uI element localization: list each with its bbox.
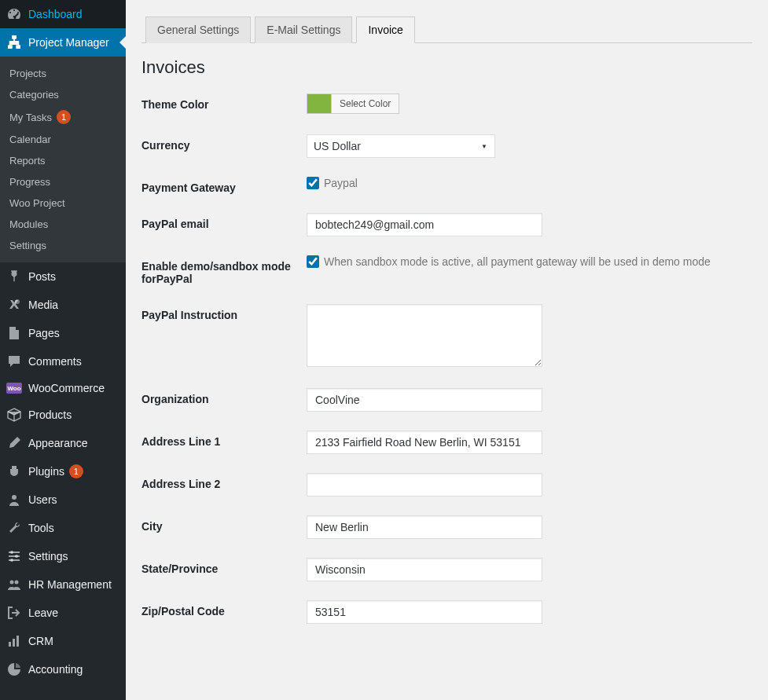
svg-rect-10	[9, 642, 11, 647]
select-color-button[interactable]: Select Color	[331, 94, 399, 113]
label-paypal-instruction: PayPal Instruction	[141, 304, 307, 321]
sidebar-item-plugins[interactable]: Plugins 1	[0, 457, 126, 486]
sidebar-item-comments[interactable]: Comments	[0, 347, 126, 376]
admin-sidebar: Dashboard Project Manager Projects Categ…	[0, 0, 126, 700]
exit-icon	[6, 605, 22, 621]
brush-icon	[6, 435, 22, 451]
pin-icon	[6, 269, 22, 284]
label: Leave	[28, 607, 58, 619]
sidebar-item-project-manager[interactable]: Project Manager	[0, 28, 126, 57]
paypal-email-input[interactable]	[307, 213, 542, 236]
label: Project Manager	[28, 36, 109, 49]
sub-categories[interactable]: Categories	[0, 84, 126, 105]
label-city: City	[141, 515, 307, 533]
group-icon	[6, 577, 22, 592]
label: Tools	[28, 522, 54, 534]
label-state: State/Province	[141, 558, 307, 575]
sub-reports[interactable]: Reports	[0, 150, 126, 171]
sidebar-item-hr[interactable]: HR Management	[0, 570, 126, 599]
sidebar-item-tools[interactable]: Tools	[0, 514, 126, 542]
sitemap-icon	[6, 35, 22, 50]
label-sandbox: Enable demo/sandbox mode forPayPal	[141, 255, 307, 285]
badge: 1	[57, 110, 71, 124]
sub-woo-project[interactable]: Woo Project	[0, 192, 126, 214]
sub-my-tasks[interactable]: My Tasks1	[0, 105, 126, 129]
sidebar-item-leave[interactable]: Leave	[0, 599, 126, 627]
tab-email[interactable]: E-Mail Settings	[255, 16, 352, 43]
label-currency: Currency	[141, 134, 307, 152]
color-picker[interactable]: Select Color	[307, 93, 399, 114]
sidebar-item-woocommerce[interactable]: Woo WooCommerce	[0, 376, 126, 401]
label: CRM	[28, 635, 53, 647]
sidebar-item-appearance[interactable]: Appearance	[0, 429, 126, 457]
svg-rect-0	[12, 35, 17, 38]
svg-rect-11	[13, 639, 15, 647]
main-content: General Settings E-Mail Settings Invoice…	[126, 0, 768, 700]
sidebar-item-settings[interactable]: Settings	[0, 542, 126, 570]
sidebar-submenu: Projects Categories My Tasks1 Calendar R…	[0, 57, 126, 262]
sub-modules[interactable]: Modules	[0, 214, 126, 235]
sub-settings[interactable]: Settings	[0, 235, 126, 256]
sub-projects[interactable]: Projects	[0, 63, 126, 84]
paypal-option-label: Paypal	[324, 177, 358, 189]
products-icon	[6, 407, 22, 423]
label-paypal-email: PayPal email	[141, 213, 307, 230]
label-theme-color: Theme Color	[141, 93, 307, 111]
label-address2: Address Line 2	[141, 473, 307, 490]
paypal-checkbox-wrap[interactable]: Paypal	[307, 177, 752, 189]
label: Plugins	[28, 465, 64, 478]
address1-input[interactable]	[307, 431, 542, 454]
svg-point-4	[12, 495, 17, 500]
label-organization: Organization	[141, 388, 307, 405]
svg-rect-2	[17, 46, 20, 49]
sidebar-item-products[interactable]: Products	[0, 401, 126, 429]
label: WooCommerce	[28, 382, 105, 394]
sidebar-item-users[interactable]: Users	[0, 486, 126, 514]
wrench-icon	[6, 520, 22, 536]
svg-rect-12	[17, 636, 19, 647]
sidebar-item-pages[interactable]: Pages	[0, 319, 126, 347]
tab-general[interactable]: General Settings	[145, 16, 251, 43]
svg-point-3	[15, 299, 20, 304]
organization-input[interactable]	[307, 388, 542, 412]
color-swatch	[307, 94, 331, 113]
label: Users	[28, 493, 57, 506]
dashboard-icon	[6, 6, 22, 22]
sidebar-item-crm[interactable]: CRM	[0, 627, 126, 655]
city-input[interactable]	[307, 515, 542, 539]
label: Products	[28, 409, 72, 421]
svg-point-7	[10, 559, 13, 562]
page-icon	[6, 325, 22, 341]
sidebar-item-posts[interactable]: Posts	[0, 262, 126, 291]
sidebar-item-accounting[interactable]: Accounting	[0, 655, 126, 684]
page-title: Invoices	[141, 57, 752, 78]
paypal-checkbox[interactable]	[307, 177, 319, 189]
sandbox-desc: When sandbox mode is active, all payment…	[324, 255, 711, 268]
tab-invoice[interactable]: Invoice	[356, 16, 414, 43]
sidebar-item-dashboard[interactable]: Dashboard	[0, 0, 126, 28]
svg-rect-1	[8, 46, 12, 49]
media-icon	[6, 297, 22, 313]
settings-tabs: General Settings E-Mail Settings Invoice	[141, 16, 752, 43]
state-input[interactable]	[307, 558, 542, 581]
sandbox-checkbox[interactable]	[307, 255, 319, 268]
sidebar-item-media[interactable]: Media	[0, 291, 126, 319]
address2-input[interactable]	[307, 473, 542, 497]
label: Posts	[28, 270, 56, 283]
woo-icon: Woo	[6, 383, 22, 394]
label-zip: Zip/Postal Code	[141, 600, 307, 618]
comment-icon	[6, 354, 22, 369]
currency-select[interactable]: US Dollar	[307, 134, 495, 158]
label: Dashboard	[28, 8, 83, 20]
label-address1: Address Line 1	[141, 431, 307, 448]
paypal-instruction-textarea[interactable]	[307, 304, 542, 367]
label: Comments	[28, 355, 82, 368]
pie-icon	[6, 662, 22, 677]
badge: 1	[69, 464, 83, 478]
sandbox-checkbox-wrap[interactable]: When sandbox mode is active, all payment…	[307, 255, 752, 268]
svg-point-6	[15, 555, 18, 558]
sub-calendar[interactable]: Calendar	[0, 129, 126, 150]
invoice-form: Theme Color Select Color Currency US Dol…	[141, 93, 752, 624]
zip-input[interactable]	[307, 600, 542, 624]
sub-progress[interactable]: Progress	[0, 171, 126, 192]
